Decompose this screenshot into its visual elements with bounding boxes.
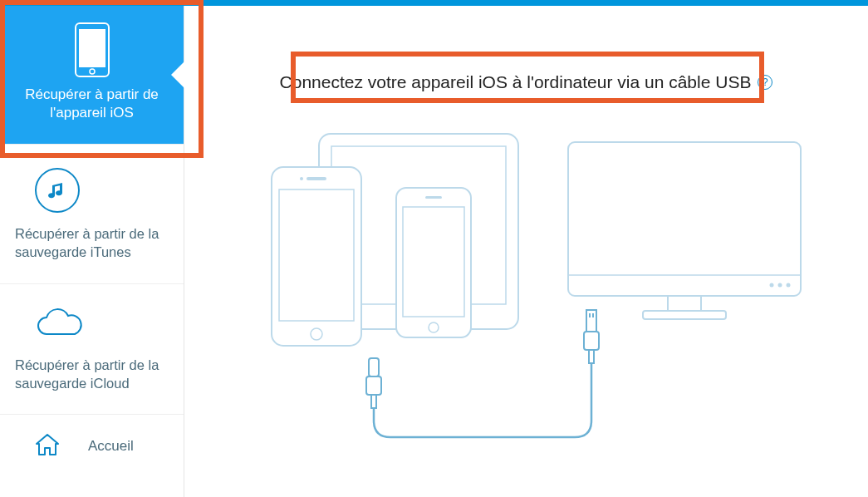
sidebar-item-label: Récupérer à partir de l'appareil iOS bbox=[15, 86, 169, 122]
sidebar-item-label: Récupérer à partir de la sauvegarde iTun… bbox=[15, 224, 169, 262]
svg-rect-21 bbox=[643, 311, 726, 319]
svg-rect-9 bbox=[306, 177, 326, 180]
svg-point-10 bbox=[300, 177, 303, 180]
instruction-text: Connectez votre appareil iOS à l'ordinat… bbox=[280, 72, 752, 92]
cloud-icon bbox=[35, 308, 169, 344]
svg-rect-23 bbox=[366, 376, 381, 395]
itunes-icon bbox=[35, 168, 80, 213]
svg-rect-24 bbox=[371, 395, 376, 408]
svg-rect-7 bbox=[279, 189, 354, 321]
phone-icon bbox=[75, 22, 110, 86]
svg-point-2 bbox=[90, 69, 95, 74]
home-icon bbox=[35, 433, 60, 460]
top-bar bbox=[0, 0, 868, 6]
svg-point-19 bbox=[769, 283, 773, 288]
svg-rect-26 bbox=[584, 332, 599, 350]
svg-rect-1 bbox=[79, 29, 105, 67]
svg-rect-27 bbox=[589, 350, 594, 363]
sidebar-item-recover-device[interactable]: Récupérer à partir de l'appareil iOS bbox=[0, 6, 184, 145]
svg-rect-22 bbox=[369, 358, 379, 376]
svg-point-17 bbox=[777, 283, 782, 288]
svg-rect-15 bbox=[568, 142, 801, 296]
svg-rect-25 bbox=[586, 310, 596, 332]
svg-rect-12 bbox=[403, 207, 464, 317]
sidebar-item-label: Accueil bbox=[88, 437, 134, 456]
sidebar-item-label: Récupérer à partir de la sauvegarde iClo… bbox=[15, 356, 169, 393]
sidebar-item-home[interactable]: Accueil bbox=[0, 415, 184, 478]
sidebar: Récupérer à partir de l'appareil iOS Réc… bbox=[0, 6, 184, 497]
main-content: Connectez votre appareil iOS à l'ordinat… bbox=[184, 6, 868, 497]
svg-rect-20 bbox=[668, 296, 701, 311]
help-icon[interactable]: ? bbox=[758, 75, 772, 90]
instruction-row: Connectez votre appareil iOS à l'ordinat… bbox=[218, 72, 835, 92]
svg-rect-29 bbox=[592, 313, 594, 317]
svg-rect-14 bbox=[425, 196, 442, 199]
sidebar-item-recover-icloud[interactable]: Récupérer à partir de la sauvegarde iClo… bbox=[0, 284, 184, 416]
sidebar-item-recover-itunes[interactable]: Récupérer à partir de la sauvegarde iTun… bbox=[0, 145, 184, 284]
svg-rect-28 bbox=[589, 313, 591, 317]
connection-illustration bbox=[218, 125, 835, 441]
svg-point-18 bbox=[786, 283, 790, 288]
